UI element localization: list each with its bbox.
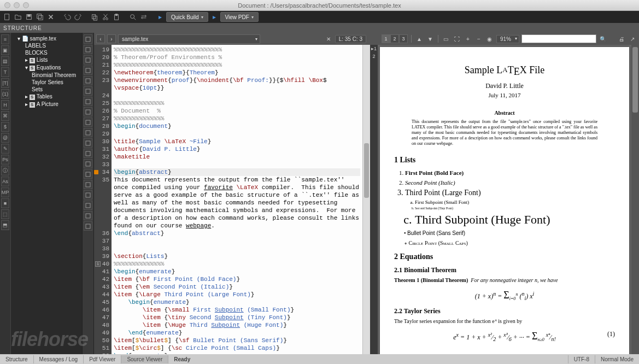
frac-icon[interactable] xyxy=(84,190,92,199)
cut-icon[interactable] xyxy=(101,12,110,22)
sup-icon[interactable] xyxy=(84,211,92,220)
symbol-tab-5[interactable]: (1) xyxy=(1,89,9,99)
file-dropdown[interactable]: sample.tex xyxy=(118,34,260,44)
replace-icon[interactable] xyxy=(139,12,149,22)
paste-icon[interactable] xyxy=(112,12,121,22)
fit-width-icon[interactable]: ▭ xyxy=(442,34,450,43)
symbol-tab-12[interactable]: ⓘ xyxy=(1,166,9,175)
sub-icon[interactable] xyxy=(84,221,92,231)
symbol-tab-13[interactable]: As xyxy=(1,177,9,186)
window-controls[interactable] xyxy=(4,2,29,8)
sqrt-icon[interactable] xyxy=(84,201,92,210)
zoom-out-icon[interactable]: − xyxy=(474,34,483,43)
tree-root-file[interactable]: ▾ 📄 sample.tex xyxy=(12,35,81,42)
run-arrow-icon[interactable]: ▸ xyxy=(155,12,165,22)
tree-section-equations[interactable]: ▾ SEquations xyxy=(12,64,81,72)
tab-messages[interactable]: Messages / Log xyxy=(34,355,84,363)
close-file-icon[interactable] xyxy=(46,12,56,22)
tab-structure[interactable]: Structure xyxy=(0,355,34,363)
symbol-tab-17[interactable]: ⬒ xyxy=(1,220,9,230)
tree-section-lists[interactable]: ▸ SLists xyxy=(12,56,81,64)
tree-labels[interactable]: LABELS xyxy=(12,42,81,49)
redo-icon[interactable] xyxy=(73,12,83,22)
close-editor-icon[interactable]: ✕ xyxy=(324,34,333,43)
undo-icon[interactable] xyxy=(62,12,72,22)
minimize-window-icon[interactable] xyxy=(14,2,20,8)
emph-icon[interactable] xyxy=(84,128,92,137)
zoom-in-icon[interactable]: + xyxy=(464,34,472,43)
search-icon[interactable] xyxy=(128,12,138,22)
structure-tree[interactable]: ▾ 📄 sample.tex LABELS BLOCKS ▸ SLists ▾ … xyxy=(11,33,82,364)
tree-sub-sets[interactable]: Sets xyxy=(12,86,81,93)
fit-page-icon[interactable]: ⛶ xyxy=(453,34,461,43)
bold-icon[interactable] xyxy=(84,107,92,116)
save-file-icon[interactable] xyxy=(24,12,34,22)
symbol-tab-11[interactable]: Ps xyxy=(1,155,9,165)
label-icon[interactable] xyxy=(84,76,92,85)
left-icon[interactable] xyxy=(84,138,92,148)
view-pdf-dropdown[interactable]: View PDF xyxy=(220,12,259,22)
subsection-icon[interactable] xyxy=(84,66,92,75)
ref-icon[interactable] xyxy=(84,86,92,96)
newline-icon[interactable] xyxy=(84,169,92,179)
symbol-tab-10[interactable]: ✎ xyxy=(1,144,9,154)
status-encoding[interactable]: UTF-8 xyxy=(568,355,595,363)
pdf-down-icon[interactable]: ▼ xyxy=(426,34,435,43)
quick-build-dropdown[interactable]: Quick Build xyxy=(166,12,208,22)
chapter-icon[interactable] xyxy=(84,45,92,54)
pdf-search-input[interactable] xyxy=(521,34,596,43)
pdf-page[interactable]: Sample LATEX File David P. Little July 1… xyxy=(380,47,629,362)
center-icon[interactable] xyxy=(84,149,92,158)
tree-sub-binomial[interactable]: Binomial Theorem xyxy=(12,72,81,79)
symbol-tab-0[interactable]: ≡ xyxy=(1,34,9,44)
view-arrow-icon[interactable]: ▸ xyxy=(209,12,219,22)
symbol-tab-8[interactable]: $ xyxy=(1,122,9,132)
symbol-tab-1[interactable]: ▣ xyxy=(1,45,9,55)
tab-sourceviewer[interactable]: Source Viewer xyxy=(121,355,168,363)
section-icon[interactable] xyxy=(84,55,92,64)
symbol-tab-6[interactable]: H xyxy=(1,100,9,110)
pdf-up-icon[interactable]: ▲ xyxy=(415,34,424,43)
right-icon[interactable] xyxy=(84,159,92,168)
preview-scrollbar[interactable] xyxy=(631,45,639,364)
source-editor[interactable]: %%%%%%%%%%%%%%%%%%%%%%%%%%%%%%% Theorem/… xyxy=(112,45,362,364)
item-icon[interactable] xyxy=(84,97,92,106)
pdf-find-icon[interactable]: 🔍 xyxy=(599,34,607,43)
save-all-icon[interactable] xyxy=(35,12,45,22)
page-2-button[interactable]: 2 xyxy=(390,34,399,43)
zoom-dropdown[interactable]: 91% xyxy=(496,35,519,43)
tree-section-picture[interactable]: ▸ SA Picture xyxy=(12,101,81,108)
page-3-button[interactable]: 3 xyxy=(399,34,408,43)
print-icon[interactable]: 🖨 xyxy=(617,34,626,43)
italic-icon[interactable] xyxy=(84,118,92,127)
tab-pdfviewer[interactable]: Pdf Viewer xyxy=(84,355,121,363)
symbol-tab-16[interactable]: ⬚ xyxy=(1,209,9,219)
status-mode[interactable]: Normal Mode xyxy=(595,355,639,363)
symbol-tab-15[interactable]: ■ xyxy=(1,198,9,208)
math-icon[interactable] xyxy=(84,180,92,189)
symbol-tab-4[interactable]: |T| xyxy=(1,78,9,88)
new-file-icon[interactable] xyxy=(2,12,12,22)
external-pdf-icon[interactable]: ↗ xyxy=(628,34,637,43)
tree-blocks[interactable]: BLOCKS xyxy=(12,49,81,56)
svg-rect-22 xyxy=(86,141,90,145)
open-file-icon[interactable] xyxy=(13,12,23,22)
copy-icon[interactable] xyxy=(90,12,99,22)
pdf-page-indicator[interactable]: 1 2 3 xyxy=(382,34,408,43)
symbol-tab-14[interactable]: MP xyxy=(1,187,9,197)
next-file-button[interactable]: › xyxy=(107,34,116,43)
close-window-icon[interactable] xyxy=(4,2,10,8)
zoom-window-icon[interactable] xyxy=(23,2,29,8)
editor-scrollbar[interactable] xyxy=(362,45,370,364)
part-icon[interactable] xyxy=(84,34,92,44)
prev-file-button[interactable]: ‹ xyxy=(96,34,105,43)
tree-sub-taylor[interactable]: Taylor Series xyxy=(12,79,81,86)
page-1-button[interactable]: 1 xyxy=(382,34,390,43)
external-viewer-icon[interactable]: ◉ xyxy=(485,34,494,43)
symbol-tab-7[interactable]: ⌘ xyxy=(1,111,9,121)
tree-section-tables[interactable]: ▸ STables xyxy=(12,93,81,101)
symbol-tab-9[interactable]: @ xyxy=(1,133,9,143)
svg-rect-10 xyxy=(115,14,118,16)
symbol-tab-3[interactable]: T xyxy=(1,67,9,77)
symbol-tab-2[interactable]: ▤ xyxy=(1,56,9,66)
